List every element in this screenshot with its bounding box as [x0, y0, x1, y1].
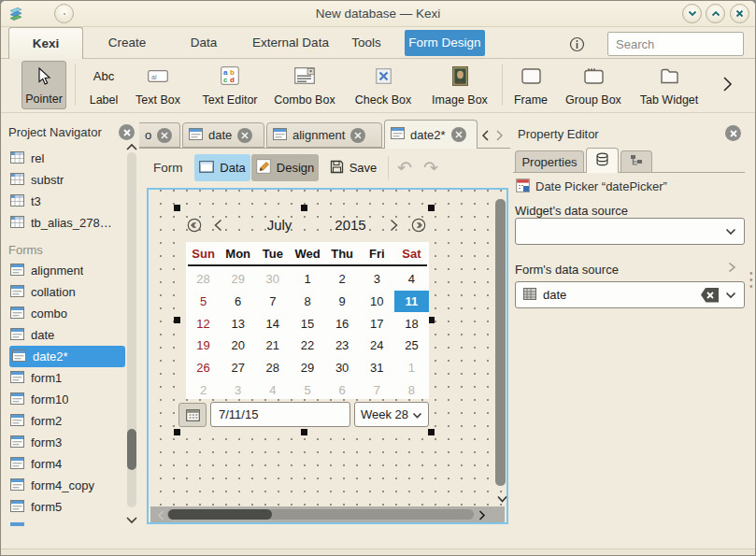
calendar-day[interactable]: 1	[394, 357, 429, 379]
save-button[interactable]: Save	[324, 154, 382, 181]
design-view-button[interactable]: Design	[251, 154, 319, 181]
calendar-day[interactable]: 12	[186, 312, 221, 335]
calendar-day[interactable]: 24	[360, 335, 394, 357]
calendar-day[interactable]: 7	[255, 291, 290, 313]
calendar-month-label[interactable]: July	[253, 217, 306, 233]
week-selector[interactable]: Week 28	[354, 402, 429, 427]
calendar-day[interactable]: 17	[360, 312, 394, 335]
sidebar-scroll-down-icon[interactable]	[125, 511, 138, 528]
calendar-day[interactable]: 5	[186, 291, 221, 313]
form-item[interactable]: form4	[1, 453, 126, 475]
calendar-day[interactable]: 16	[325, 312, 360, 335]
canvas-scroll-right-icon[interactable]	[478, 508, 487, 525]
tab-close-icon[interactable]	[237, 128, 252, 143]
doc-tab-combo-truncated[interactable]: o	[139, 122, 180, 148]
calendar-day[interactable]: 31	[360, 357, 394, 379]
tab-close-icon[interactable]	[451, 127, 466, 142]
tool-frame[interactable]: Frame	[509, 61, 552, 109]
doc-tab-date[interactable]: date	[182, 122, 264, 148]
menu-tools[interactable]: Tools	[341, 27, 392, 59]
menu-kexi[interactable]: Kexi	[8, 27, 83, 59]
calendar-day[interactable]: 28	[255, 357, 290, 379]
calendar-day[interactable]: 9	[325, 291, 360, 313]
selection-handle[interactable]	[428, 205, 435, 211]
calendar-day[interactable]: 14	[255, 312, 290, 335]
selection-handle[interactable]	[428, 429, 435, 435]
selection-handle[interactable]	[301, 205, 307, 211]
tool-combo-box[interactable]: Combo Box	[272, 61, 337, 109]
menu-form-design[interactable]: Form Design	[405, 30, 485, 56]
selection-handle[interactable]	[174, 205, 180, 211]
calendar-day[interactable]: 28	[186, 268, 221, 291]
calendar-day[interactable]: 2	[186, 378, 221, 401]
calendar-day[interactable]: 30	[325, 357, 360, 379]
form-item[interactable]: combo	[1, 303, 126, 324]
calendar-popup-button[interactable]	[178, 403, 207, 427]
next-month-icon[interactable]	[388, 218, 400, 236]
tool-pointer[interactable]: Pointer	[21, 61, 66, 109]
tool-label[interactable]: Abc Label	[83, 61, 124, 109]
menu-data[interactable]: Data	[174, 27, 234, 59]
calendar-day[interactable]: 7	[360, 378, 394, 401]
calendar-day[interactable]: 22	[290, 335, 324, 357]
form-data-source-expander-icon[interactable]	[726, 261, 737, 278]
calendar-day[interactable]: 13	[221, 312, 255, 335]
calendar-day[interactable]: 26	[186, 357, 221, 379]
calendar-year-label[interactable]: 2015	[324, 217, 377, 233]
tab-scroll-right-icon[interactable]	[494, 129, 505, 146]
undo-icon[interactable]: ↶	[397, 157, 412, 178]
form-item[interactable]: collation	[1, 281, 126, 303]
tool-group-box[interactable]: Group Box	[558, 61, 629, 109]
calendar-day[interactable]: 27	[221, 357, 255, 379]
selection-handle[interactable]	[301, 429, 307, 435]
selection-handle[interactable]	[174, 317, 180, 323]
canvas-scroll-left-icon[interactable]	[156, 508, 165, 525]
widget-data-source-combo[interactable]	[515, 218, 745, 245]
calendar-day[interactable]: 4	[255, 378, 290, 401]
previous-month-icon[interactable]	[212, 218, 224, 236]
calendar-day[interactable]: 15	[290, 312, 324, 335]
next-year-icon[interactable]	[411, 218, 426, 233]
splitter-handle[interactable]: •••	[749, 270, 753, 290]
menu-external-data[interactable]: External Data	[242, 27, 339, 59]
date-field[interactable]	[210, 402, 350, 427]
minimize-button[interactable]	[682, 4, 702, 23]
calendar-day[interactable]: 18	[394, 312, 429, 335]
form-item[interactable]: form10	[1, 389, 126, 410]
search-input[interactable]	[607, 32, 744, 56]
calendar-day[interactable]: 2	[325, 268, 360, 291]
toolbar-expand-icon[interactable]	[720, 76, 734, 96]
calendar-day[interactable]: 6	[325, 378, 360, 401]
calendar-day[interactable]: 4	[394, 268, 429, 291]
tab-close-icon[interactable]	[157, 128, 172, 143]
selection-handle[interactable]	[174, 429, 180, 435]
tool-text-box[interactable]: al Text Box	[130, 61, 186, 109]
previous-year-icon[interactable]	[187, 218, 202, 233]
tab-close-icon[interactable]	[350, 128, 365, 143]
tab-scroll-left-icon[interactable]	[480, 129, 491, 146]
project-navigator-close-icon[interactable]	[119, 124, 135, 140]
tab-widget-tree[interactable]	[620, 150, 652, 172]
form-item[interactable]: date	[1, 324, 126, 346]
calendar-day[interactable]: 6	[221, 291, 255, 313]
selection-handle[interactable]	[428, 317, 435, 323]
calendar-day[interactable]: 3	[221, 378, 255, 401]
form-item[interactable]: form5	[1, 496, 126, 518]
canvas-scroll-down-icon[interactable]	[496, 491, 508, 507]
close-window-button[interactable]	[730, 4, 749, 23]
table-item[interactable]: tb_alias_278…	[1, 212, 126, 234]
calendar-day[interactable]: 25	[394, 335, 429, 357]
doc-tab-alignment[interactable]: alignment	[266, 122, 382, 148]
form-item[interactable]: form4_copy	[1, 475, 126, 496]
calendar-day[interactable]: 11	[394, 291, 429, 313]
table-item[interactable]: rel	[1, 148, 126, 169]
info-icon[interactable]	[569, 36, 585, 56]
form-data-source-combo[interactable]: date	[515, 281, 745, 308]
calendar-day[interactable]: 20	[221, 335, 255, 357]
doc-tab-date2-active[interactable]: date2*	[384, 120, 478, 149]
calendar-day[interactable]: 1	[290, 268, 324, 291]
form-item[interactable]: form3	[1, 432, 126, 453]
form-design-canvas[interactable]: July 2015 Sun Mon Tue Wed Thu Fri Sa	[147, 188, 508, 524]
form-item[interactable]: date2*	[9, 346, 125, 367]
clear-field-icon[interactable]	[701, 288, 719, 303]
